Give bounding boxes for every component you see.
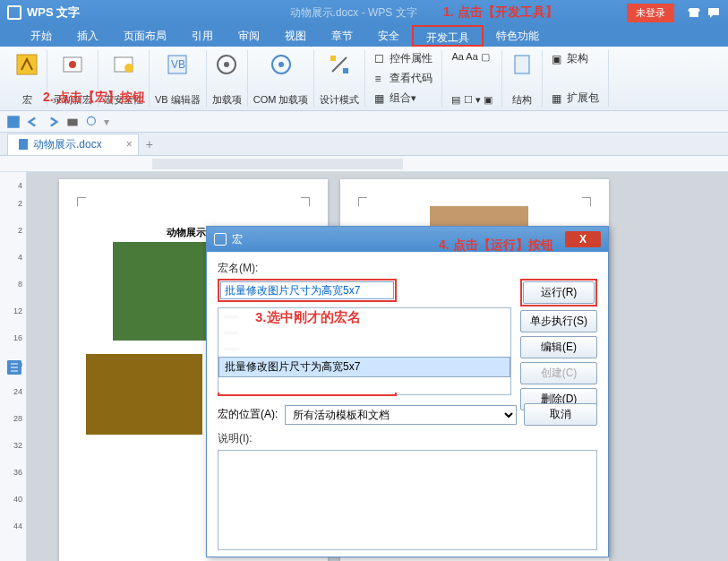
- com-addin-icon: [269, 52, 294, 77]
- annotation-3: 3.选中刚才的宏名: [255, 309, 361, 326]
- ribbon-com[interactable]: COM 加载项: [248, 50, 315, 107]
- structure-icon: [510, 52, 535, 77]
- tab-add-icon[interactable]: +: [146, 137, 153, 151]
- ribbon-schema[interactable]: ▣架构: [548, 50, 592, 67]
- description-box[interactable]: [218, 450, 597, 550]
- wps-logo-icon: [7, 5, 21, 20]
- redo-icon[interactable]: [45, 114, 61, 130]
- addin-icon: [214, 52, 239, 77]
- annotation-4: 4. 点击【运行】按钮: [439, 237, 553, 254]
- app-name: WPS 文字: [27, 4, 80, 21]
- undo-icon[interactable]: [25, 114, 41, 130]
- macro-name-label: 宏名(M):: [218, 261, 597, 276]
- menu-bar: 开始 插入 页面布局 引用 审阅 视图 章节 安全 开发工具 特色功能: [0, 25, 728, 47]
- dialog-logo-icon: [214, 233, 227, 246]
- menu-insert[interactable]: 插入: [64, 25, 111, 47]
- image-1[interactable]: [113, 242, 211, 341]
- ribbon-controls2[interactable]: ▤ ☐ ▾ ▣: [448, 93, 495, 107]
- menu-chapter[interactable]: 章节: [319, 25, 365, 47]
- create-button[interactable]: 创建(C): [520, 362, 597, 384]
- image-2[interactable]: [86, 354, 202, 435]
- svg-point-8: [224, 62, 229, 67]
- ribbon-viewcode[interactable]: ≡查看代码: [371, 70, 436, 87]
- list-item[interactable]: ·····: [218, 341, 510, 357]
- svg-point-16: [87, 117, 95, 125]
- record-macro-icon: [60, 52, 85, 77]
- list-item-selected[interactable]: 批量修改图片尺寸为高宽5x7: [218, 357, 510, 377]
- svg-rect-13: [515, 56, 529, 73]
- svg-rect-12: [343, 68, 348, 73]
- menu-developer[interactable]: 开发工具: [412, 25, 484, 47]
- menu-security[interactable]: 安全: [365, 25, 412, 47]
- ribbon-macro[interactable]: 宏: [7, 50, 47, 107]
- menu-review[interactable]: 审阅: [226, 25, 272, 47]
- preview-icon[interactable]: [84, 114, 100, 130]
- document-tabs: 动物展示.docx × +: [0, 133, 728, 156]
- tab-close-icon[interactable]: ×: [126, 138, 133, 151]
- step-button[interactable]: 单步执行(S): [520, 310, 597, 332]
- print-icon[interactable]: [64, 114, 81, 130]
- cancel-button[interactable]: 取消: [524, 403, 597, 426]
- run-button[interactable]: 运行(R): [523, 281, 595, 304]
- ribbon-extpack[interactable]: ▦扩展包: [548, 90, 603, 107]
- menu-view[interactable]: 视图: [272, 25, 319, 47]
- svg-rect-11: [330, 56, 336, 61]
- title-bar: WPS 文字 动物展示.docx - WPS 文字 未登录: [0, 0, 728, 25]
- svg-text:VB: VB: [171, 58, 185, 71]
- ribbon-ext: ▣架构 ▦扩展包: [543, 50, 609, 107]
- location-select[interactable]: 所有活动模板和文档: [285, 405, 517, 425]
- location-label: 宏的位置(A):: [218, 407, 278, 422]
- svg-point-2: [69, 61, 76, 68]
- login-button[interactable]: 未登录: [627, 4, 674, 22]
- macro-security-icon: [111, 52, 136, 77]
- tab-active[interactable]: 动物展示.docx ×: [7, 134, 139, 155]
- ribbon-design[interactable]: 设计模式: [314, 50, 365, 107]
- list-item[interactable]: ·····: [218, 324, 510, 341]
- macro-icon: [14, 52, 39, 77]
- menu-page-layout[interactable]: 页面布局: [111, 25, 179, 47]
- ribbon-vb[interactable]: VB VB 编辑器: [150, 50, 207, 107]
- ribbon-controls: ☐控件属性 ≡查看代码 ▦组合 ▾: [365, 50, 442, 107]
- svg-rect-14: [7, 116, 20, 128]
- ribbon-text: Aa Aa ▢ ▤ ☐ ▾ ▣: [442, 50, 501, 107]
- svg-point-4: [124, 64, 133, 73]
- design-mode-icon: [327, 52, 352, 77]
- svg-rect-17: [19, 139, 28, 150]
- ribbon-ctrlprop[interactable]: ☐控件属性: [371, 50, 436, 67]
- annotation-1: 1. 点击【开发工具】: [443, 4, 558, 21]
- dialog-close-button[interactable]: X: [565, 231, 601, 247]
- quick-access-toolbar: ▾: [0, 111, 728, 133]
- feedback-icon[interactable]: [707, 5, 721, 20]
- doc-icon: [17, 138, 30, 151]
- panel-toggle-icon[interactable]: [7, 360, 21, 375]
- vb-editor-icon: VB: [165, 52, 190, 77]
- edit-button[interactable]: 编辑(E): [520, 336, 597, 358]
- ribbon-aa[interactable]: Aa Aa ▢: [448, 50, 492, 64]
- svg-point-10: [278, 62, 284, 67]
- ribbon-struct[interactable]: 结构: [502, 50, 543, 107]
- skin-icon[interactable]: [687, 5, 701, 20]
- menu-features[interactable]: 特色功能: [484, 25, 552, 47]
- menu-start[interactable]: 开始: [18, 25, 64, 47]
- save-icon[interactable]: [5, 114, 21, 130]
- macro-name-input[interactable]: [220, 281, 394, 299]
- horizontal-ruler[interactable]: [0, 156, 728, 172]
- desc-label: 说明(I):: [218, 431, 597, 446]
- menu-reference[interactable]: 引用: [179, 25, 226, 47]
- macro-dialog: 宏 X 宏名(M): ····· ····· ····· 批量修改图片尺寸为高宽…: [206, 226, 609, 557]
- annotation-2: 2. 点击【宏】按钮: [43, 90, 145, 106]
- ribbon-addin[interactable]: 加载项: [207, 50, 248, 107]
- ribbon-group[interactable]: ▦组合 ▾: [371, 90, 420, 107]
- svg-rect-15: [67, 118, 77, 125]
